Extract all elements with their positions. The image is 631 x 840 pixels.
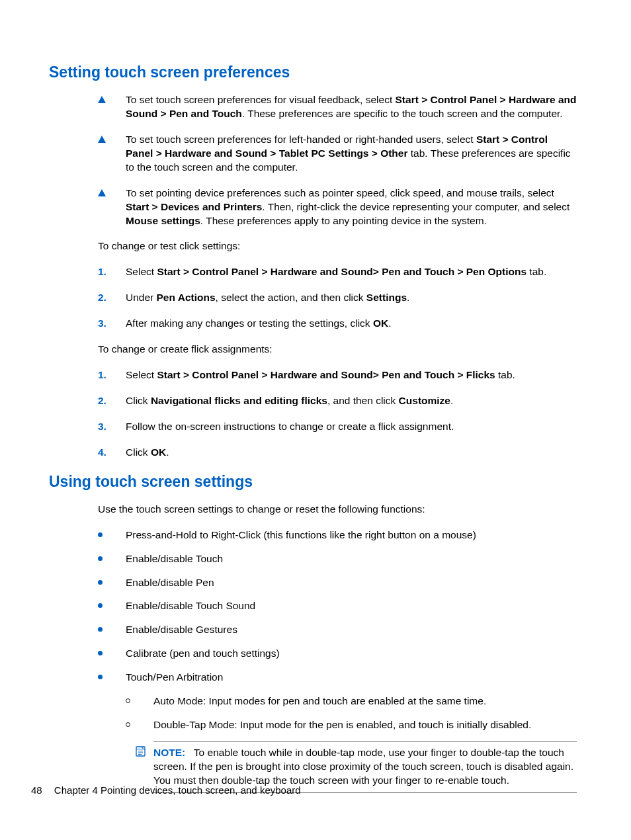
list-item: Enable/disable Pen [98, 576, 577, 590]
bold: Start > Control Panel > Hardware and Sou… [157, 369, 495, 380]
note-text: To enable touch while in double-tap mode… [153, 747, 573, 786]
number-marker: 1. [98, 368, 106, 382]
tri-item-3: To set pointing device preferences such … [98, 187, 577, 228]
text: Touch/Pen Arbitration [126, 671, 223, 683]
page-number: 48 [31, 784, 42, 796]
bold: Customize [399, 395, 450, 406]
paragraph-functions: Use the touch screen settings to change … [98, 503, 577, 517]
text: . [388, 317, 391, 329]
text: . [166, 446, 169, 458]
text: . [450, 395, 453, 406]
list-item: 2.Click Navigational flicks and editing … [98, 394, 577, 408]
text: . [407, 292, 409, 303]
bold: OK [151, 446, 166, 458]
list-item: 3.After making any changes or testing th… [98, 317, 577, 331]
text: Select [126, 369, 157, 380]
page-footer: 48 Chapter 4 Pointing devices, touch scr… [31, 784, 301, 797]
list-item: Enable/disable Touch [98, 552, 577, 566]
text: Follow the on-screen instructions to cha… [126, 421, 454, 432]
text: . These preferences are specific to the … [242, 108, 563, 119]
number-marker: 2. [98, 291, 106, 305]
bold: OK [373, 317, 388, 329]
list-item: Press-and-Hold to Right-Click (this func… [98, 528, 577, 542]
ordered-list-click: 1.Select Start > Control Panel > Hardwar… [98, 265, 577, 331]
list-item: Calibrate (pen and touch settings) [98, 647, 577, 661]
text: Under [126, 292, 157, 303]
list-item: Touch/Pen Arbitration Auto Mode: Input m… [98, 671, 577, 793]
text: , and then click [327, 395, 399, 406]
bold: Start > Devices and Printers [126, 201, 262, 212]
bold: Settings [366, 292, 407, 303]
text: Double-Tap Mode: Input mode for the pen … [153, 719, 531, 730]
tri-item-2: To set touch screen preferences for left… [98, 133, 577, 175]
paragraph-flick: To change or create flick assignments: [98, 343, 577, 357]
bold: Pen Actions [157, 292, 216, 303]
note-label: NOTE: [153, 747, 185, 758]
list-item: 2.Under Pen Actions, select the action, … [98, 291, 577, 305]
list-item: 4.Click OK. [98, 446, 577, 460]
paragraph-click-settings: To change or test click settings: [98, 239, 577, 253]
bullet-list-functions: Press-and-Hold to Right-Click (this func… [98, 528, 577, 793]
list-item: 1.Select Start > Control Panel > Hardwar… [98, 368, 577, 382]
number-marker: 1. [98, 265, 106, 279]
bold: Navigational flicks and editing flicks [151, 395, 327, 406]
bold: Start > Control Panel > Hardware and Sou… [157, 266, 526, 277]
text: Click [126, 446, 151, 458]
text: tab. [526, 266, 546, 277]
text: . These preferences apply to any pointin… [200, 215, 487, 226]
sub-list: Auto Mode: Input modes for pen and touch… [126, 694, 577, 793]
note-icon [135, 746, 146, 757]
ordered-list-flick: 1.Select Start > Control Panel > Hardwar… [98, 368, 577, 460]
list-item: 3.Follow the on-screen instructions to c… [98, 420, 577, 434]
list-item: Enable/disable Gestures [98, 623, 577, 637]
triangle-list: To set touch screen preferences for visu… [49, 93, 577, 228]
tri-item-1: To set touch screen preferences for visu… [98, 93, 577, 121]
number-marker: 4. [98, 446, 106, 460]
text: After making any changes or testing the … [126, 317, 373, 329]
text: tab. [495, 369, 515, 380]
bold: Mouse settings [126, 215, 200, 226]
heading-setting-preferences: Setting touch screen preferences [49, 62, 577, 83]
number-marker: 2. [98, 394, 106, 408]
text: To set pointing device preferences such … [126, 187, 554, 198]
text: Click [126, 395, 151, 406]
text: To set touch screen preferences for visu… [126, 94, 396, 105]
text: , select the action, and then click [216, 292, 366, 303]
text: Select [126, 266, 157, 277]
list-item: 1.Select Start > Control Panel > Hardwar… [98, 265, 577, 279]
text: . Then, right-click the device represent… [262, 201, 569, 212]
list-item: Double-Tap Mode: Input mode for the pen … [126, 718, 577, 793]
number-marker: 3. [98, 420, 106, 434]
number-marker: 3. [98, 317, 106, 331]
list-item: Enable/disable Touch Sound [98, 599, 577, 613]
heading-using-settings: Using touch screen settings [49, 472, 577, 492]
list-item: Auto Mode: Input modes for pen and touch… [126, 694, 577, 708]
chapter-title: Chapter 4 Pointing devices, touch screen… [54, 784, 301, 796]
text: To set touch screen preferences for left… [126, 134, 476, 145]
